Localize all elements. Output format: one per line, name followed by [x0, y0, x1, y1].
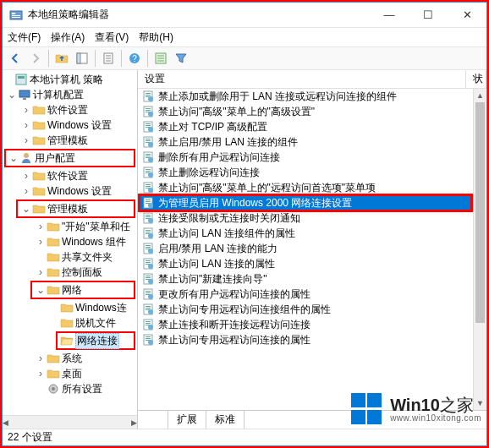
- column-state[interactable]: 状: [466, 70, 486, 88]
- tree-network-connections[interactable]: 网络连接: [75, 333, 119, 349]
- list-row[interactable]: 禁止访问 LAN 连接的属性未: [138, 256, 486, 271]
- expand-icon[interactable]: ›: [20, 170, 32, 182]
- column-setting[interactable]: 设置: [138, 70, 466, 88]
- list-row[interactable]: 禁止启用/禁用 LAN 连接的组件未: [138, 134, 486, 150]
- folder-icon: [32, 202, 46, 216]
- menu-action[interactable]: 操作(A): [51, 30, 85, 45]
- scroll-thumb[interactable]: [475, 102, 485, 323]
- scroll-down-button[interactable]: ▼: [474, 396, 486, 410]
- list-row[interactable]: 连接受限制或无连接时关闭通知未: [138, 210, 486, 226]
- policy-item-icon: [141, 120, 155, 134]
- list-row[interactable]: 禁止访问专用远程访问连接的属性未: [138, 332, 486, 347]
- menu-file[interactable]: 文件(F): [8, 30, 41, 45]
- expand-icon[interactable]: ›: [35, 236, 47, 248]
- tree-item[interactable]: 系统: [62, 352, 82, 366]
- policy-item-icon: [141, 257, 155, 270]
- tree-item[interactable]: Windows连: [75, 301, 127, 315]
- expand-icon[interactable]: ›: [20, 119, 32, 131]
- svg-rect-57: [146, 201, 151, 202]
- expand-icon[interactable]: ⌄: [6, 89, 18, 101]
- tree-item[interactable]: Windows 设置: [47, 118, 112, 133]
- minimize-button[interactable]: —: [370, 3, 409, 27]
- list-row[interactable]: 禁止添加或删除用于 LAN 连接或远程访问连接的组件未: [138, 89, 486, 104]
- svg-point-29: [148, 112, 153, 117]
- tree-horizontal-scrollbar[interactable]: ◀▶: [3, 415, 137, 429]
- tree-item[interactable]: 管理模板: [47, 134, 88, 148]
- tab-extended[interactable]: 扩展: [168, 410, 206, 429]
- svg-point-79: [148, 264, 153, 269]
- scroll-up-button[interactable]: ▲: [474, 89, 486, 102]
- svg-rect-102: [146, 338, 151, 339]
- list-row[interactable]: 为管理员启用 Windows 2000 网络连接设置未: [138, 195, 486, 210]
- list-row[interactable]: 禁止访问"新建连接向导"未: [138, 271, 486, 287]
- svg-point-39: [148, 142, 153, 147]
- svg-rect-76: [146, 260, 151, 261]
- expand-icon[interactable]: ›: [20, 104, 32, 116]
- folder-icon: [60, 301, 74, 314]
- tree-computer-config[interactable]: 计算机配置: [33, 88, 84, 102]
- list-row[interactable]: 禁止对 TCP/IP 高级配置未: [138, 119, 486, 134]
- list-row[interactable]: 禁止访问 LAN 连接组件的属性未: [138, 226, 486, 241]
- tree-pane[interactable]: 本地计算机 策略 ⌄计算机配置 ›软件设置 ›Windows 设置 ›管理模板 …: [3, 70, 138, 429]
- expand-icon[interactable]: ›: [35, 368, 47, 380]
- properties-button[interactable]: [99, 49, 118, 68]
- tree-item[interactable]: 软件设置: [47, 103, 88, 117]
- menu-view[interactable]: 查看(V): [95, 30, 129, 45]
- folder-icon: [47, 265, 60, 279]
- tree-item[interactable]: "开始"菜单和任: [62, 220, 130, 234]
- list-row[interactable]: 更改所有用户远程访问连接的属性未: [138, 287, 486, 302]
- expand-icon[interactable]: ⌄: [35, 284, 47, 296]
- expand-icon[interactable]: ›: [20, 185, 32, 197]
- expand-icon[interactable]: ›: [20, 134, 32, 146]
- expand-icon[interactable]: ›: [35, 352, 47, 364]
- tree-root[interactable]: 本地计算机 策略: [30, 73, 103, 87]
- svg-rect-82: [146, 277, 151, 278]
- svg-rect-61: [146, 215, 151, 216]
- close-button[interactable]: ✕: [448, 3, 486, 27]
- filter-options-button[interactable]: [151, 49, 170, 68]
- expand-icon[interactable]: ⌄: [20, 203, 32, 215]
- folder-open-icon: [60, 334, 74, 347]
- tab-standard[interactable]: 标准: [206, 410, 244, 429]
- tree-item[interactable]: Windows 组件: [62, 235, 126, 249]
- tree-item[interactable]: 软件设置: [47, 169, 88, 183]
- help-button[interactable]: ?: [125, 49, 144, 68]
- tree-item[interactable]: 桌面: [62, 367, 82, 381]
- back-button[interactable]: [6, 49, 25, 68]
- menu-help[interactable]: 帮助(H): [139, 30, 173, 45]
- expand-icon[interactable]: ⌄: [8, 152, 19, 164]
- svg-rect-71: [146, 245, 151, 246]
- svg-rect-86: [146, 291, 151, 292]
- expand-icon[interactable]: ›: [35, 266, 47, 278]
- tree-item[interactable]: 所有设置: [62, 382, 102, 396]
- list-row[interactable]: 禁止访问专用远程访问连接组件的属性未: [138, 302, 486, 317]
- policy-item-icon: [141, 135, 155, 149]
- tree-network[interactable]: 网络: [62, 283, 82, 298]
- svg-point-74: [148, 249, 153, 254]
- svg-rect-27: [146, 110, 151, 111]
- tree-item[interactable]: Windows 设置: [47, 184, 112, 199]
- row-text: 禁止启用/禁用 LAN 连接的组件: [158, 135, 471, 150]
- up-button[interactable]: [52, 49, 71, 68]
- svg-rect-13: [16, 74, 26, 85]
- list-row[interactable]: 禁止访问"高级"菜单上的"高级设置"未: [138, 104, 486, 119]
- list-row[interactable]: 删除所有用户远程访问连接未: [138, 150, 486, 165]
- tree-admin-templates[interactable]: 管理模板: [47, 202, 88, 216]
- tree-item[interactable]: 控制面板: [62, 265, 102, 280]
- forward-button[interactable]: [26, 49, 45, 68]
- tree-user-config[interactable]: 用户配置: [35, 151, 75, 166]
- list-row[interactable]: 禁止访问"高级"菜单上的"远程访问首选项"菜单项未: [138, 180, 486, 195]
- list-row[interactable]: 禁止连接和断开连接远程访问连接未: [138, 317, 486, 332]
- svg-rect-2: [12, 15, 20, 16]
- tree-item[interactable]: 共享文件夹: [62, 250, 113, 265]
- list-row[interactable]: 禁止删除远程访问连接未: [138, 165, 486, 180]
- filter-button[interactable]: [172, 49, 190, 68]
- list-body[interactable]: 禁止添加或删除用于 LAN 连接或远程访问连接的组件未禁止访问"高级"菜单上的"…: [138, 89, 486, 410]
- show-hide-button[interactable]: [73, 49, 91, 68]
- tree-item[interactable]: 脱机文件: [75, 316, 116, 331]
- expand-icon[interactable]: ›: [35, 221, 47, 232]
- maximize-button[interactable]: ☐: [409, 3, 448, 27]
- list-row[interactable]: 启用/禁用 LAN 连接的能力未: [138, 241, 486, 256]
- folder-icon: [32, 169, 46, 183]
- vertical-scrollbar[interactable]: ▲ ▼: [473, 89, 486, 410]
